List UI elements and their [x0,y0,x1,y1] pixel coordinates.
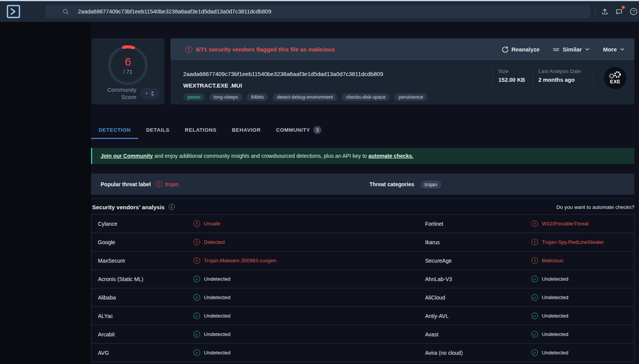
tab-behavior[interactable]: BEHAVIOR [224,122,268,139]
search-icon [63,8,69,15]
vendor-result: ✓Undetected [531,276,634,282]
info-divider [593,69,594,86]
table-row: Alibaba✓UndetectedAliCloud✓Undetected [91,288,634,307]
result-text: Undetected [204,276,230,282]
result-text: Trojan.Malware.300983.susgen [204,258,276,263]
vendor-name: Avast [419,331,531,338]
alert-icon: ! [185,46,192,53]
vendor-name: AliCloud [419,295,531,301]
virustotal-file-report-page: ? 6 / 71 Community Score [0,0,639,364]
file-summary-card: ! 6/71 security vendors flagged this fil… [171,38,634,104]
tag-persistence[interactable]: persistence [394,93,427,101]
vendor-name: Google [91,239,194,245]
result-text: Undetected [204,313,230,319]
tag-peexe[interactable]: peexe [183,93,205,101]
result-text: Undetected [204,350,230,356]
vendor-result: ✓Undetected [194,276,419,282]
last-analysis-block: Last Analysis Date 2 months ago [538,68,581,83]
vendor-result: !W32/PossibleThreat [531,220,634,227]
table-row: AVG✓UndetectedAvira (no cloud)✓Undetecte… [91,344,634,362]
header-divider [595,7,596,16]
vendor-name: Ikarus [419,239,531,245]
result-text: Undetected [542,313,568,319]
exe-label: EXE [610,79,621,84]
virustotal-logo[interactable] [6,4,21,19]
alert-icon: ! [194,220,200,227]
upload-button[interactable] [600,7,610,17]
search-input[interactable] [78,8,539,15]
score-denominator: / 71 [123,69,132,75]
detection-score-ring: 6 / 71 [106,44,149,87]
check-icon: ✓ [194,331,200,338]
vendor-name: Fortinet [419,221,531,227]
tab-bar: DETECTIONDETAILSRELATIONSBEHAVIORCOMMUNI… [91,122,634,139]
alert-icon: ! [194,239,200,245]
reanalyze-button[interactable]: Reanalyze [502,46,540,53]
last-analysis-label: Last Analysis Date [538,68,581,74]
tab-relations[interactable]: RELATIONS [177,122,224,139]
reanalyze-icon [502,46,508,53]
result-text: Undetected [204,295,230,300]
tag-long-sleeps[interactable]: long-sleeps [209,93,242,101]
result-text: Undetected [542,331,568,337]
alert-icon: ! [156,181,162,187]
check-icon: ✓ [194,349,200,356]
table-row: MaxSecure!Trojan.Malware.300983.susgenSe… [91,251,634,270]
feedback-button[interactable] [614,7,624,17]
tab-label: BEHAVIOR [232,127,261,133]
file-hash[interactable]: 2aada68677409c73bf1eeb11540be3238a6aaf3e… [183,71,383,77]
tab-badge: 3 [313,126,321,134]
automate-checks-prompt: Do you want to automate checks? [556,204,634,210]
check-icon: ✓ [531,276,538,282]
info-icon[interactable]: i [169,204,175,210]
table-row: Arcabit✓UndetectedAvast✓Undetected [91,325,634,344]
vendor-name: AhnLab-V3 [419,276,531,282]
check-icon: ✓ [531,331,538,338]
threat-label-panel: Popular threat label ! trojan. Threat ca… [91,174,634,195]
similar-button[interactable]: Similar [553,46,590,53]
svg-text:?: ? [632,9,635,14]
popular-threat-label-value[interactable]: trojan. [165,181,180,187]
tag-checks-disk-space[interactable]: checks-disk-space [342,93,390,101]
result-text: Detected [204,239,225,245]
tab-details[interactable]: DETAILS [138,122,177,139]
automate-checks-link[interactable]: automate checks. [368,153,414,159]
info-divider [533,69,533,86]
vote-dot-icon [146,93,147,94]
vote-widget[interactable] [140,88,159,99]
vendor-result: ✓Undetected [194,294,419,301]
vendor-name: SecureAge [419,258,531,264]
upload-icon [601,8,609,15]
top-navigation-bar: ? [0,1,639,22]
vote-carets-icon [151,91,154,96]
alert-icon: ! [531,220,538,227]
tab-label: RELATIONS [185,127,216,133]
tab-community[interactable]: COMMUNITY3 [268,122,329,139]
more-button[interactable]: More [603,46,625,53]
vendor-result: ✓Undetected [194,331,419,338]
threat-categories-title: Threat categories [369,181,414,187]
vendor-name: Arcabit [91,331,194,338]
threat-categories-list: trojan [414,181,442,188]
info-divider [492,69,493,86]
file-name: WEXTRACT.EXE .MUI [183,82,242,89]
search-bar [45,5,590,18]
vendor-result: !Malicious [531,257,634,264]
vendors-table: Cylance!UnsafeFortinet!W32/PossibleThrea… [91,214,634,362]
join-community-link[interactable]: Join our Community [101,153,153,159]
tag-detect-debug-environment[interactable]: detect-debug-environment [273,93,337,101]
vendor-result: ✓Undetected [194,313,419,319]
file-size-block: Size 152.00 KB [498,68,525,83]
similar-waves-icon [553,46,560,53]
category-pill-trojan[interactable]: trojan [420,180,442,189]
comment-icon [615,8,623,15]
alert-icon: ! [531,257,538,264]
table-row: Acronis (Static ML)✓UndetectedAhnLab-V3✓… [91,270,634,288]
popular-threat-label-title: Popular threat label [101,181,151,187]
vendor-result: !Unsafe [194,220,419,227]
vendor-name: AVG [91,350,194,356]
question-mark-icon: ? [629,7,638,16]
tab-detection[interactable]: DETECTION [91,122,138,139]
help-button[interactable]: ? [629,7,639,17]
tag-64bits[interactable]: 64bits [247,93,268,101]
